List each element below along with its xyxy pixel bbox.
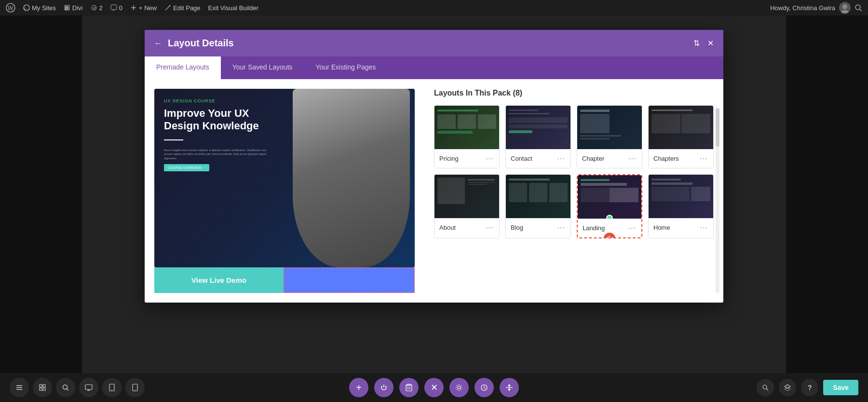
svg-text:↺: ↺ bbox=[93, 6, 96, 11]
revisions-menu[interactable]: ↺ 2 bbox=[91, 4, 103, 12]
sort-icon[interactable]: ⇅ bbox=[693, 39, 700, 48]
svg-marker-44 bbox=[508, 389, 511, 391]
edit-page-btn[interactable]: Edit Page bbox=[164, 4, 200, 12]
svg-point-45 bbox=[763, 385, 767, 389]
layout-name-home: Home bbox=[653, 224, 670, 231]
layout-thumb-pricing bbox=[434, 106, 499, 149]
svg-line-40 bbox=[484, 388, 486, 388]
selected-dot bbox=[606, 215, 613, 219]
layout-menu-home[interactable]: ⋯ bbox=[699, 222, 708, 233]
layout-thumb-landing bbox=[578, 175, 641, 219]
layout-card-home[interactable]: Home ⋯ bbox=[648, 174, 714, 238]
wp-logo[interactable]: W bbox=[6, 3, 15, 13]
settings-button[interactable] bbox=[449, 378, 469, 397]
divi-label: Divi bbox=[72, 4, 83, 12]
view-live-demo-button[interactable]: View Live Demo bbox=[154, 267, 284, 293]
toolbar-left bbox=[10, 378, 145, 397]
layout-menu-chapters[interactable]: ⋯ bbox=[699, 153, 708, 164]
layout-menu-chapter[interactable]: ⋯ bbox=[627, 153, 637, 164]
layout-menu-pricing[interactable]: ⋯ bbox=[485, 153, 494, 164]
svg-line-25 bbox=[67, 389, 69, 391]
modal-header-left: ← Layout Details bbox=[154, 38, 234, 49]
resize-button[interactable] bbox=[500, 378, 519, 397]
layout-name-about: About bbox=[439, 224, 456, 231]
scrollbar-track[interactable] bbox=[716, 108, 719, 293]
layout-card-landing[interactable]: Landing ⋯ 1 bbox=[577, 174, 642, 238]
layout-footer-about: About ⋯ bbox=[434, 218, 499, 237]
power-button[interactable] bbox=[374, 378, 393, 397]
layout-footer-chapter: Chapter ⋯ bbox=[577, 149, 642, 168]
close-icon[interactable]: ✕ bbox=[707, 39, 714, 48]
layout-footer-chapters: Chapters ⋯ bbox=[649, 149, 713, 168]
modal-title: Layout Details bbox=[168, 38, 234, 49]
layout-card-pricing[interactable]: Pricing ⋯ bbox=[434, 105, 500, 168]
layers-tool-button[interactable] bbox=[779, 379, 796, 396]
svg-text:D: D bbox=[65, 6, 68, 11]
layout-card-blog[interactable]: Blog ⋯ bbox=[505, 174, 571, 238]
svg-rect-26 bbox=[85, 385, 92, 389]
svg-marker-48 bbox=[785, 387, 790, 391]
tablet-view-button[interactable] bbox=[102, 378, 122, 397]
layout-thumb-about bbox=[434, 175, 499, 218]
svg-line-12 bbox=[165, 5, 170, 10]
page-background: ← Layout Details ⇅ ✕ Premade Layouts You… bbox=[0, 15, 868, 402]
svg-rect-22 bbox=[40, 388, 42, 390]
search-icon[interactable] bbox=[854, 4, 862, 12]
svg-point-13 bbox=[842, 4, 847, 9]
delete-button[interactable] bbox=[399, 378, 419, 397]
preview-image: UX DESIGN COURSE ✦ ✦ Improve Your UX Des… bbox=[154, 89, 415, 267]
use-this-layout-button[interactable] bbox=[284, 267, 415, 293]
layout-thumb-contact bbox=[506, 106, 570, 149]
svg-marker-47 bbox=[785, 385, 790, 388]
comments-menu[interactable]: 0 bbox=[110, 4, 122, 12]
close-button[interactable]: ✕ bbox=[424, 378, 444, 397]
new-menu[interactable]: + New bbox=[130, 4, 157, 12]
layout-card-chapter[interactable]: Chapter ⋯ bbox=[577, 105, 642, 168]
svg-point-14 bbox=[841, 10, 849, 14]
layout-menu-landing[interactable]: ⋯ bbox=[627, 222, 637, 234]
save-button[interactable]: Save bbox=[823, 380, 858, 395]
scrollbar-thumb[interactable] bbox=[716, 108, 719, 147]
layout-card-contact[interactable]: Contact ⋯ bbox=[505, 105, 571, 168]
preview-heading: Improve Your UX Design Knowledge bbox=[164, 107, 285, 133]
divi-menu[interactable]: D Divi bbox=[64, 4, 83, 12]
layout-footer-blog: Blog ⋯ bbox=[506, 218, 570, 237]
preview-actions: View Live Demo bbox=[154, 267, 415, 293]
search-button[interactable] bbox=[56, 378, 75, 397]
my-sites-label: My Sites bbox=[32, 4, 56, 12]
layout-menu-contact[interactable]: ⋯ bbox=[556, 153, 566, 164]
desktop-view-button[interactable] bbox=[79, 378, 98, 397]
layout-card-about[interactable]: About ⋯ bbox=[434, 174, 500, 238]
layout-menu-blog[interactable]: ⋯ bbox=[556, 222, 566, 233]
my-sites-menu[interactable]: ⌂ My Sites bbox=[23, 4, 56, 12]
svg-text:W: W bbox=[8, 5, 14, 12]
layout-footer-home: Home ⋯ bbox=[649, 218, 713, 237]
mobile-view-button[interactable] bbox=[125, 378, 145, 397]
modal-tabs: Premade Layouts Your Saved Layouts Your … bbox=[145, 56, 723, 79]
help-tool-button[interactable]: ? bbox=[801, 379, 818, 396]
grid-button[interactable] bbox=[33, 378, 52, 397]
svg-point-37 bbox=[458, 386, 461, 389]
history-button[interactable] bbox=[475, 378, 494, 397]
howdy-text: Howdy, Christina Gwira bbox=[770, 4, 835, 12]
svg-point-15 bbox=[855, 5, 860, 10]
new-label: + New bbox=[139, 4, 157, 12]
search-tool-button[interactable] bbox=[757, 379, 774, 396]
layout-thumb-home bbox=[649, 175, 713, 218]
layouts-title: Layouts In This Pack (8) bbox=[434, 89, 714, 97]
layout-card-chapters[interactable]: Chapters ⋯ bbox=[648, 105, 714, 168]
tab-existing-pages[interactable]: Your Existing Pages bbox=[304, 56, 388, 79]
back-icon[interactable]: ← bbox=[154, 39, 162, 48]
layout-menu-about[interactable]: ⋯ bbox=[485, 222, 494, 233]
exit-builder-btn[interactable]: Exit Visual Builder bbox=[208, 4, 259, 12]
modal-header: ← Layout Details ⇅ ✕ bbox=[145, 30, 723, 56]
modal-overlay: ← Layout Details ⇅ ✕ Premade Layouts You… bbox=[0, 15, 868, 402]
tab-saved-layouts[interactable]: Your Saved Layouts bbox=[221, 56, 304, 79]
svg-point-30 bbox=[111, 389, 112, 390]
layout-name-chapters: Chapters bbox=[653, 155, 679, 162]
layout-details-modal: ← Layout Details ⇅ ✕ Premade Layouts You… bbox=[145, 30, 723, 303]
menu-button[interactable] bbox=[10, 378, 29, 397]
tab-premade-layouts[interactable]: Premade Layouts bbox=[145, 56, 221, 79]
add-element-button[interactable]: + bbox=[349, 378, 368, 397]
layout-thumb-chapters bbox=[649, 106, 713, 149]
